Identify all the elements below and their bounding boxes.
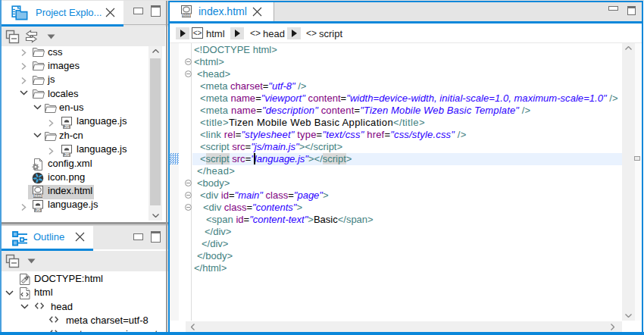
svg-text:html: html — [33, 193, 42, 198]
svg-text:JS: JS — [64, 152, 70, 157]
svg-text:JS: JS — [36, 208, 41, 212]
svg-text:JS: JS — [64, 124, 70, 129]
svg-text:html: html — [182, 13, 191, 17]
